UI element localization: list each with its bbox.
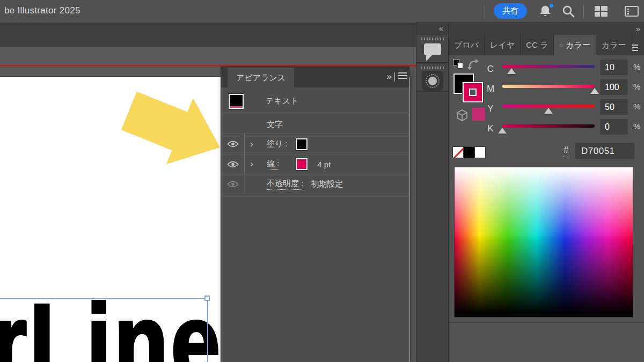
color-spectrum[interactable] bbox=[454, 167, 633, 317]
slider-value-field[interactable]: 0 bbox=[600, 119, 628, 135]
collapsed-panel-button[interactable] bbox=[416, 64, 449, 92]
row-label[interactable]: 線 : bbox=[267, 159, 279, 170]
titlebar-divider bbox=[485, 5, 485, 18]
percent-label: % bbox=[633, 102, 640, 111]
appearance-row-fill[interactable]: › 塗り : bbox=[221, 134, 409, 154]
black-slider-row: K 0 % bbox=[449, 120, 644, 140]
red-guide-line bbox=[0, 65, 416, 67]
text-style-thumbnail bbox=[228, 93, 244, 109]
appearance-tab[interactable]: アピアランス bbox=[228, 68, 294, 87]
visibility-eye-icon[interactable] bbox=[221, 154, 245, 174]
row-label: テキスト bbox=[266, 96, 298, 106]
tab-gadget-icon: ◇ bbox=[559, 42, 563, 48]
panel-toggle-icon[interactable] bbox=[625, 6, 639, 17]
stroke-weight[interactable]: 4 pt bbox=[317, 160, 331, 169]
slider-value-field[interactable]: 100 bbox=[600, 79, 628, 95]
drag-grip bbox=[421, 67, 444, 69]
comments-panel-button[interactable] bbox=[416, 35, 449, 63]
slider-track[interactable] bbox=[502, 124, 595, 128]
slider-track[interactable] bbox=[502, 85, 595, 88]
percent-label: % bbox=[633, 82, 640, 91]
illustrator-window: be Illustrator 2025 共有 rLine bbox=[0, 0, 644, 362]
slider-track[interactable] bbox=[502, 65, 595, 68]
appearance-panel-tabbar: アピアランス » bbox=[221, 67, 409, 87]
panel-dock: « bbox=[416, 23, 448, 362]
slider-value-field[interactable]: 50 bbox=[600, 99, 628, 115]
row-label: 塗り : bbox=[267, 139, 288, 149]
slider-label: Y bbox=[484, 104, 497, 114]
appearance-row-text[interactable]: テキスト bbox=[221, 87, 409, 115]
row-label: 文字 bbox=[267, 120, 283, 130]
white-swatch[interactable] bbox=[474, 146, 486, 158]
app-title: be Illustrator 2025 bbox=[4, 5, 80, 16]
tab-color-guide[interactable]: カラー bbox=[596, 35, 632, 55]
tab-layers[interactable]: レイヤ bbox=[485, 35, 521, 55]
slider-value-field[interactable]: 10 bbox=[600, 60, 628, 75]
tab-cc-libraries[interactable]: CC ラ bbox=[521, 35, 554, 55]
header-separator bbox=[394, 72, 395, 82]
fill-swatch[interactable] bbox=[295, 138, 308, 151]
title-bar: be Illustrator 2025 共有 bbox=[0, 0, 644, 23]
collapse-to-icons-icon[interactable]: » bbox=[387, 71, 391, 82]
slider-thumb[interactable] bbox=[498, 128, 507, 134]
appearance-row-opacity[interactable]: 不透明度 : 初期設定 bbox=[221, 174, 409, 194]
cyan-slider-row: C 10 % bbox=[449, 61, 644, 80]
none-swatch[interactable] bbox=[452, 146, 464, 158]
dial-icon bbox=[422, 71, 443, 91]
search-icon[interactable] bbox=[561, 4, 575, 18]
color-panel-body: C 10 % M 100 % Y 50 % K 0 % bbox=[449, 55, 644, 362]
expand-chevron-icon[interactable]: › bbox=[245, 139, 259, 149]
expand-dock-icon[interactable]: « bbox=[439, 24, 442, 33]
appearance-row-stroke[interactable]: › 線 : 4 pt bbox=[221, 154, 409, 174]
panel-group-header: » bbox=[449, 23, 644, 35]
panel-divider bbox=[449, 322, 644, 323]
selection-bound-top bbox=[0, 298, 208, 299]
opacity-value[interactable]: 初期設定 bbox=[311, 179, 343, 189]
expand-chevron-icon[interactable]: › bbox=[245, 159, 259, 169]
magenta-slider-row: M 100 % bbox=[449, 80, 644, 100]
visibility-eye-icon[interactable] bbox=[221, 174, 245, 194]
drag-grip bbox=[421, 38, 444, 40]
notification-badge bbox=[548, 3, 554, 9]
black-swatch[interactable] bbox=[464, 146, 475, 158]
selection-bound-right bbox=[207, 298, 208, 362]
dock-header: « bbox=[416, 23, 449, 35]
document-header-band bbox=[0, 23, 416, 47]
hex-value-field[interactable]: D70051 bbox=[575, 143, 634, 159]
tab-properties[interactable]: プロパ bbox=[449, 35, 485, 55]
right-panel-group: » プロパ レイヤ CC ラ ◇ カラー カラー bbox=[448, 23, 644, 362]
yellow-slider-row: Y 50 % bbox=[449, 100, 644, 120]
slider-thumb[interactable] bbox=[590, 88, 599, 94]
workspace-switcher-icon[interactable] bbox=[595, 6, 608, 17]
slider-label: M bbox=[484, 84, 497, 94]
panel-menu-icon[interactable] bbox=[398, 72, 407, 73]
visibility-eye-icon[interactable] bbox=[221, 134, 245, 154]
slider-label: C bbox=[484, 64, 497, 75]
appearance-panel: アピアランス » テキスト 文字 › 塗り : bbox=[221, 67, 409, 362]
percent-label: % bbox=[633, 122, 640, 131]
slider-thumb[interactable] bbox=[544, 108, 553, 114]
selection-handle[interactable] bbox=[204, 295, 210, 301]
hex-hash-label: # bbox=[564, 145, 568, 157]
tab-label: カラー bbox=[566, 40, 590, 50]
panel-tabbar: プロパ レイヤ CC ラ ◇ カラー カラー bbox=[449, 35, 644, 55]
collapse-panels-icon[interactable]: » bbox=[636, 24, 639, 33]
titlebar-divider bbox=[583, 5, 584, 18]
tab-color[interactable]: ◇ カラー bbox=[554, 35, 596, 55]
panel-menu-icon[interactable] bbox=[632, 45, 638, 46]
row-label[interactable]: 不透明度 : bbox=[267, 179, 303, 190]
percent-label: % bbox=[633, 62, 640, 71]
slider-label: K bbox=[484, 123, 497, 134]
stroke-swatch[interactable] bbox=[295, 158, 308, 171]
slider-thumb[interactable] bbox=[507, 68, 516, 74]
share-button[interactable]: 共有 bbox=[494, 3, 527, 19]
appearance-row-character[interactable]: 文字 bbox=[221, 115, 409, 134]
canvas-text-object[interactable]: rLine bbox=[0, 289, 223, 362]
comment-bubble-icon bbox=[424, 43, 441, 55]
